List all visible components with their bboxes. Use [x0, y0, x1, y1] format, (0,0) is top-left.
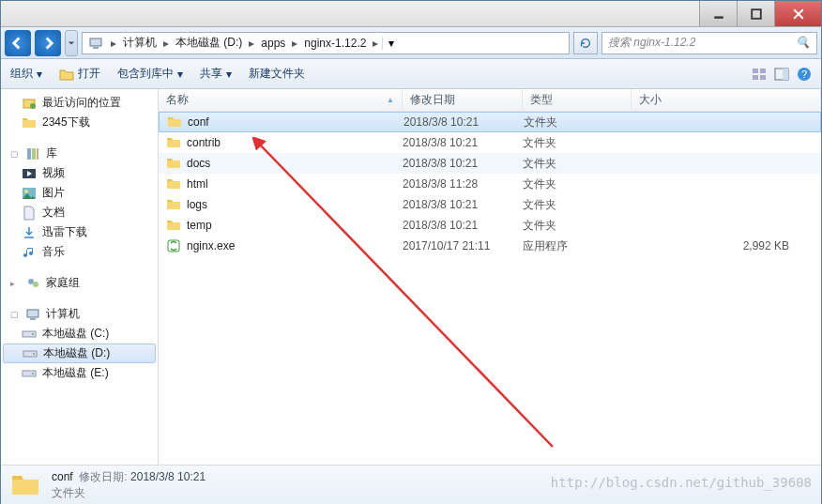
svg-rect-7 [760, 75, 766, 80]
svg-point-19 [24, 190, 28, 193]
search-icon: 🔍 [796, 36, 811, 51]
navigation-pane: 最近访问的位置 2345下载 ▢库 视频 图片 文档 迅雷下载 音乐 ▸家庭组 … [1, 89, 159, 465]
collapse-icon[interactable]: ▢ [10, 149, 20, 159]
include-menu[interactable]: 包含到库中 ▾ [117, 66, 183, 82]
chevron-right-icon: ▸ [107, 37, 120, 50]
navbar: ▸ 计算机▸ 本地磁盘 (D:)▸ apps▸ nginx-1.12.2▸ ▾ … [1, 27, 821, 59]
breadcrumb-segment[interactable]: 计算机 [120, 33, 160, 53]
sidebar-item-drive-d[interactable]: 本地磁盘 (D:) [3, 344, 156, 363]
breadcrumb-segment[interactable]: nginx-1.12.2 [301, 33, 369, 53]
organize-menu[interactable]: 组织 ▾ [10, 66, 42, 82]
recent-icon [22, 96, 37, 111]
file-type: 文件夹 [524, 115, 632, 130]
sidebar-item-drive-e[interactable]: 本地磁盘 (E:) [1, 363, 158, 383]
maximize-button[interactable] [737, 1, 774, 26]
download-icon [22, 225, 37, 240]
file-row[interactable]: contrib2018/3/8 10:21文件夹 [159, 132, 821, 153]
sidebar-item-video[interactable]: 视频 [1, 163, 158, 183]
sidebar-item-pictures[interactable]: 图片 [1, 183, 158, 203]
sidebar-item-libraries[interactable]: ▢库 [1, 144, 158, 163]
view-options-icon[interactable] [752, 67, 767, 82]
new-folder-button[interactable]: 新建文件夹 [249, 66, 305, 82]
file-date: 2018/3/8 10:21 [403, 115, 524, 129]
file-size: 2,992 KB [632, 239, 821, 252]
sort-indicator-icon: ▲ [387, 96, 394, 104]
sidebar-item-computer[interactable]: ▢计算机 [1, 304, 158, 324]
file-row[interactable]: nginx.exe2017/10/17 21:11应用程序2,992 KB [159, 236, 821, 256]
file-name: docs [187, 157, 210, 170]
svg-rect-16 [37, 148, 38, 160]
address-dropdown[interactable]: ▾ [382, 37, 399, 50]
sidebar-item-documents[interactable]: 文档 [1, 203, 158, 222]
help-icon[interactable]: ? [797, 67, 812, 82]
computer-icon [25, 307, 40, 322]
history-dropdown[interactable] [65, 30, 78, 56]
column-size[interactable]: 大小 [632, 89, 821, 111]
column-date[interactable]: 修改日期 [403, 89, 523, 111]
file-view: 名称▲ 修改日期 类型 大小 conf2018/3/8 10:21文件夹cont… [159, 89, 821, 465]
open-icon [59, 67, 74, 82]
preview-pane-icon[interactable] [774, 67, 789, 82]
file-date: 2018/3/8 10:21 [403, 198, 523, 211]
column-headers: 名称▲ 修改日期 类型 大小 [159, 89, 821, 112]
svg-text:?: ? [801, 69, 807, 80]
video-icon [22, 166, 37, 181]
search-input[interactable]: 搜索 nginx-1.12.2 🔍 [601, 32, 817, 54]
homegroup-icon [25, 276, 40, 291]
folder-icon [22, 115, 37, 130]
svg-point-27 [33, 353, 35, 355]
breadcrumb-segment[interactable]: 本地磁盘 (D:) [173, 33, 245, 53]
file-row[interactable]: html2018/3/8 11:28文件夹 [159, 174, 821, 194]
sidebar-item-recent[interactable]: 最近访问的位置 [1, 93, 158, 113]
sidebar-item-music[interactable]: 音乐 [1, 242, 158, 262]
file-row[interactable]: logs2018/3/8 10:21文件夹 [159, 194, 821, 215]
pictures-icon [22, 186, 37, 201]
svg-rect-2 [90, 38, 101, 46]
file-type: 文件夹 [523, 156, 632, 172]
file-name: conf [188, 115, 209, 129]
svg-point-20 [28, 279, 34, 284]
address-bar[interactable]: ▸ 计算机▸ 本地磁盘 (D:)▸ apps▸ nginx-1.12.2▸ ▾ [82, 32, 570, 54]
details-name: conf [52, 470, 73, 483]
svg-rect-14 [27, 148, 31, 160]
share-menu[interactable]: 共享 ▾ [200, 66, 232, 82]
details-meta-value: 2018/3/8 10:21 [130, 470, 206, 483]
sidebar-item-xunlei[interactable]: 迅雷下载 [1, 222, 158, 242]
drive-icon [22, 327, 37, 342]
file-date: 2018/3/8 10:21 [403, 136, 523, 149]
back-button[interactable] [5, 30, 31, 56]
document-icon [22, 206, 37, 221]
file-name: temp [187, 219, 212, 232]
column-name[interactable]: 名称▲ [159, 89, 403, 111]
refresh-button[interactable] [573, 32, 598, 54]
svg-rect-3 [93, 47, 99, 49]
file-row[interactable]: docs2018/3/8 10:21文件夹 [159, 153, 821, 174]
file-name: html [187, 177, 208, 191]
svg-rect-15 [32, 148, 36, 160]
file-name: nginx.exe [187, 239, 235, 252]
open-button[interactable]: 打开 [59, 66, 100, 82]
search-placeholder: 搜索 nginx-1.12.2 [608, 35, 695, 51]
svg-rect-6 [753, 75, 758, 80]
minimize-button[interactable] [699, 1, 737, 26]
file-date: 2018/3/8 10:21 [403, 219, 523, 232]
file-row[interactable]: temp2018/3/8 10:21文件夹 [159, 215, 821, 236]
forward-button[interactable] [35, 30, 61, 56]
file-type: 文件夹 [523, 176, 632, 192]
sidebar-item-2345[interactable]: 2345下载 [1, 113, 158, 132]
file-row[interactable]: conf2018/3/8 10:21文件夹 [159, 112, 821, 132]
svg-rect-0 [714, 16, 723, 18]
close-button[interactable] [774, 1, 821, 26]
drive-icon [22, 366, 37, 381]
breadcrumb-segment[interactable]: apps [258, 33, 288, 53]
drive-icon [23, 346, 38, 361]
svg-rect-1 [752, 9, 761, 19]
sidebar-item-homegroup[interactable]: ▸家庭组 [1, 273, 158, 293]
column-type[interactable]: 类型 [523, 89, 632, 111]
file-list[interactable]: conf2018/3/8 10:21文件夹contrib2018/3/8 10:… [159, 112, 821, 465]
expand-icon[interactable]: ▢ [10, 310, 20, 319]
titlebar [1, 1, 821, 27]
svg-point-13 [30, 103, 36, 109]
sidebar-item-drive-c[interactable]: 本地磁盘 (C:) [1, 324, 158, 344]
svg-point-25 [32, 333, 34, 335]
